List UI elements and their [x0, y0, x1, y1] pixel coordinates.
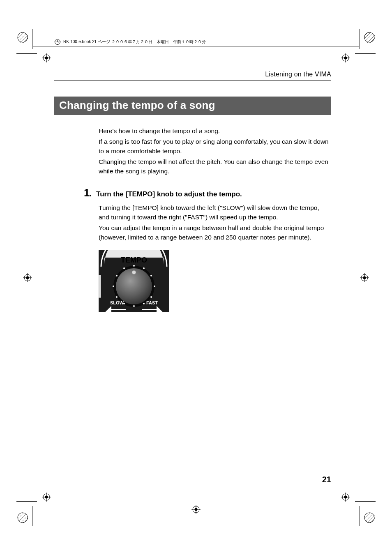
- intro-p1: Here's how to change the tempo of a song…: [99, 127, 331, 136]
- svg-line-20: [364, 512, 371, 519]
- registration-corner-icon: [364, 32, 375, 43]
- running-rule: [54, 81, 331, 81]
- crop-mark: [32, 29, 32, 49]
- crop-mark: [32, 506, 32, 526]
- registration-mark-icon: [42, 53, 51, 62]
- svg-point-61: [123, 267, 125, 269]
- svg-line-8: [364, 32, 371, 39]
- tempo-knob-figure: TEMPO: [99, 250, 169, 312]
- registration-mark-icon: [23, 273, 32, 282]
- svg-point-71: [133, 305, 135, 307]
- svg-line-9: [367, 35, 375, 43]
- svg-point-68: [150, 296, 152, 298]
- registration-corner-icon: [17, 512, 28, 523]
- registration-mark-icon: [191, 505, 201, 514]
- step-1-p1: Turning the [TEMPO] knob toward the left…: [99, 203, 331, 222]
- crop-mark: [16, 53, 37, 54]
- step-1-p2: You can adjust the tempo in a range betw…: [99, 223, 331, 242]
- crop-mark: [355, 53, 376, 54]
- registration-corner-icon: [364, 512, 375, 523]
- step-title: Turn the [TEMPO] knob to adjust the temp…: [96, 190, 242, 198]
- crop-mark: [355, 501, 376, 502]
- svg-point-59: [132, 271, 136, 274]
- svg-line-21: [367, 516, 375, 523]
- clock-icon: [54, 39, 61, 45]
- svg-line-23: [370, 518, 375, 523]
- svg-point-70: [143, 303, 145, 304]
- svg-point-64: [150, 275, 152, 276]
- svg-line-14: [17, 512, 24, 519]
- svg-line-5: [23, 38, 28, 43]
- intro-p3: Changing the tempo will not affect the p…: [99, 157, 331, 176]
- page: RK-100-e.book 21 ページ ２００６年７月２０日 木曜日 午前１０…: [0, 0, 392, 555]
- svg-line-1: [18, 33, 26, 41]
- crop-mark: [360, 29, 360, 49]
- tempo-label: TEMPO: [121, 256, 147, 264]
- svg-line-13: [18, 514, 26, 521]
- book-header-text: RK-100-e.book 21 ページ ２００６年７月２０日 木曜日 午前１０…: [63, 39, 206, 45]
- crop-mark: [16, 501, 37, 502]
- svg-point-66: [154, 286, 155, 287]
- svg-point-65: [113, 286, 114, 287]
- intro-block: Here's how to change the tempo of a song…: [99, 127, 331, 176]
- book-header: RK-100-e.book 21 ページ ２００６年７月２０日 木曜日 午前１０…: [54, 39, 206, 45]
- svg-point-67: [116, 296, 118, 298]
- fast-label: FAST: [146, 300, 158, 305]
- registration-corner-icon: [17, 32, 28, 43]
- registration-mark-icon: [341, 493, 350, 502]
- svg-line-11: [370, 38, 375, 43]
- intro-p2: If a song is too fast for you to play or…: [99, 137, 331, 156]
- section-title: Changing the tempo of a song: [54, 97, 331, 115]
- header-rule: [33, 46, 359, 46]
- running-head: Listening on the VIMA: [54, 71, 331, 78]
- step-1-body: Turning the [TEMPO] knob toward the left…: [99, 203, 331, 242]
- svg-rect-76: [99, 275, 101, 298]
- svg-point-60: [133, 265, 135, 267]
- crop-mark: [360, 506, 360, 526]
- svg-line-17: [23, 518, 28, 523]
- content-area: Listening on the VIMA Changing the tempo…: [54, 71, 331, 312]
- registration-mark-icon: [341, 53, 350, 62]
- page-number: 21: [322, 475, 331, 484]
- svg-line-3: [21, 35, 28, 43]
- svg-point-63: [116, 275, 118, 276]
- registration-mark-icon: [42, 493, 51, 502]
- step-number: 1.: [84, 187, 91, 199]
- svg-point-62: [143, 267, 145, 269]
- svg-line-2: [17, 32, 24, 39]
- svg-line-15: [21, 516, 28, 523]
- slow-label: SLOW: [110, 300, 124, 305]
- step-1-heading: 1. Turn the [TEMPO] knob to adjust the t…: [84, 187, 331, 199]
- svg-line-7: [365, 33, 373, 41]
- svg-line-19: [365, 514, 373, 521]
- registration-mark-icon: [360, 273, 369, 282]
